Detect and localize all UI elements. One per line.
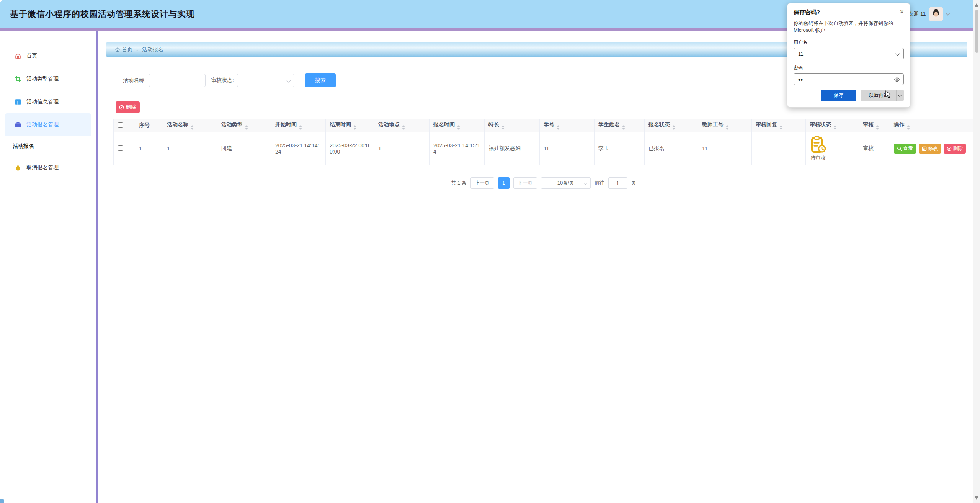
column-header[interactable]: 结束时间 — [326, 119, 374, 132]
cell-signup-time: 2025-03-21 14:15:14 — [430, 132, 485, 165]
grid-icon — [15, 98, 21, 105]
column-header[interactable]: 学号 — [540, 119, 595, 132]
later-dropdown-button[interactable] — [896, 90, 904, 101]
activity-name-input[interactable] — [149, 74, 206, 87]
review-link[interactable]: 审核 — [863, 145, 874, 151]
sort-icon — [353, 125, 356, 130]
cell-place: 1 — [374, 132, 430, 165]
column-header[interactable]: 教师工号 — [698, 119, 752, 132]
data-table: 序号 活动名称 活动类型 开始时间 结束时间 活动地点 报名时间 特长 学号 学… — [113, 119, 975, 165]
sort-icon — [402, 125, 405, 130]
page-1-button[interactable]: 1 — [498, 177, 510, 189]
cell-index: 1 — [135, 132, 163, 165]
cell-review-reply — [752, 132, 806, 165]
sidebar-section-signup: 活动报名 — [0, 136, 96, 156]
column-header[interactable]: 审核状态 — [806, 119, 859, 132]
sort-icon — [191, 125, 194, 130]
scroll-down-icon[interactable] — [975, 496, 978, 500]
chevron-down-icon — [583, 181, 587, 185]
review-status-select[interactable] — [237, 74, 294, 87]
sort-icon — [876, 125, 879, 130]
sidebar-item-cancel-signup[interactable]: 取消报名管理 — [0, 156, 96, 179]
username-combobox — [794, 48, 904, 59]
goto-input[interactable] — [608, 177, 627, 189]
scroll-thumb[interactable] — [975, 10, 978, 53]
chevron-down-icon — [898, 93, 902, 97]
avatar[interactable] — [929, 7, 943, 21]
next-page-button[interactable]: 下一页 — [513, 177, 537, 189]
eye-icon[interactable] — [894, 77, 900, 84]
sidebar-item-label: 活动类型管理 — [26, 75, 59, 82]
column-header[interactable]: 活动地点 — [374, 119, 430, 132]
sidebar-item-label: 取消报名管理 — [26, 164, 59, 171]
prev-page-button[interactable]: 上一页 — [470, 177, 494, 189]
cell-actions: 查看 修改 — [890, 132, 975, 165]
cell-student-name: 李玉 — [595, 132, 645, 165]
column-header[interactable]: 报名状态 — [645, 119, 698, 132]
cell-student-no: 11 — [540, 132, 595, 165]
close-icon[interactable]: × — [900, 9, 904, 15]
sidebar-item-activity-type[interactable]: 活动类型管理 — [0, 67, 96, 90]
view-button[interactable]: 查看 — [894, 144, 916, 154]
avatar-image — [929, 7, 943, 21]
table-row: 1 1 团建 2025-03-21 14:14:24 2025-03-22 00… — [114, 132, 975, 165]
sidebar-item-label: 活动信息管理 — [26, 98, 59, 105]
column-header[interactable]: 审核 — [859, 119, 890, 132]
page-title: 基于微信小程序的校园活动管理系统设计与实现 — [10, 8, 195, 20]
sidebar-item-activity-info[interactable]: 活动信息管理 — [0, 90, 96, 113]
column-header[interactable]: 学生姓名 — [595, 119, 645, 132]
row-select-cell — [114, 132, 135, 165]
cell-start-time: 2025-03-21 14:14:24 — [271, 132, 326, 165]
breadcrumb-home-label: 首页 — [122, 46, 132, 53]
crop-icon — [15, 75, 21, 82]
search-button[interactable]: 搜索 — [305, 73, 336, 87]
column-header[interactable]: 报名时间 — [430, 119, 485, 132]
scrollbar[interactable] — [973, 0, 980, 503]
sort-icon — [245, 125, 248, 130]
sidebar-item-home[interactable]: 首页 — [0, 44, 96, 67]
home-icon — [15, 52, 21, 59]
column-header[interactable]: 特长 — [485, 119, 540, 132]
review-status-text: 待审核 — [811, 155, 826, 162]
column-header[interactable]: 审核回复 — [752, 119, 806, 132]
select-all-checkbox[interactable] — [118, 122, 123, 128]
chevron-down-icon — [286, 78, 291, 82]
column-header[interactable]: 开始时间 — [271, 119, 326, 132]
sort-icon — [622, 125, 625, 130]
row-delete-button[interactable]: 删除 — [944, 144, 966, 154]
password-input[interactable] — [794, 74, 903, 85]
goto-label: 前往 — [595, 180, 604, 186]
column-header[interactable]: 活动类型 — [217, 119, 271, 132]
chevron-down-icon — [946, 11, 950, 15]
edit-icon — [922, 146, 927, 151]
page-size-select[interactable]: 10条/页 — [541, 177, 591, 189]
home-icon — [115, 47, 120, 52]
edit-button[interactable]: 修改 — [919, 144, 941, 154]
user-menu[interactable]: 欢迎 11 — [908, 0, 949, 28]
sidebar-item-activity-signup[interactable]: 活动报名管理 — [5, 113, 91, 136]
sort-icon — [833, 125, 836, 130]
row-checkbox[interactable] — [118, 145, 123, 151]
later-button[interactable]: 以后再说 — [861, 90, 896, 101]
sort-icon — [726, 125, 729, 130]
sidebar: 首页 活动类型管理 活动信息管理 活动报名管理 活动报名 — [0, 31, 96, 503]
save-button[interactable]: 保存 — [821, 90, 856, 101]
breadcrumb-home[interactable]: 首页 — [115, 46, 132, 53]
bulk-delete-button[interactable]: 删除 — [116, 101, 140, 113]
cell-activity-name: 1 — [163, 132, 217, 165]
dialog-body-text: 你的密码将在下次自动填充，并将保存到你的 Microsoft 帐户 — [794, 20, 904, 34]
select-all-cell — [114, 119, 135, 132]
username-input[interactable] — [794, 48, 903, 59]
page: 基于微信小程序的校园活动管理系统设计与实现 欢迎 11 首页 — [0, 0, 980, 503]
sort-icon — [299, 125, 302, 130]
cell-review-status: 待审核 — [806, 132, 859, 165]
column-header[interactable]: 操作 — [890, 119, 975, 132]
column-header[interactable]: 活动名称 — [163, 119, 217, 132]
cell-specialty: 福娃额发恶妇 — [485, 132, 540, 165]
username-label: 用户名 — [794, 39, 904, 46]
circle-x-icon — [947, 146, 952, 151]
sort-icon — [501, 125, 505, 130]
scroll-up-icon[interactable] — [975, 3, 978, 7]
cell-end-time: 2025-03-22 00:00:00 — [326, 132, 374, 165]
column-header: 序号 — [135, 119, 163, 132]
